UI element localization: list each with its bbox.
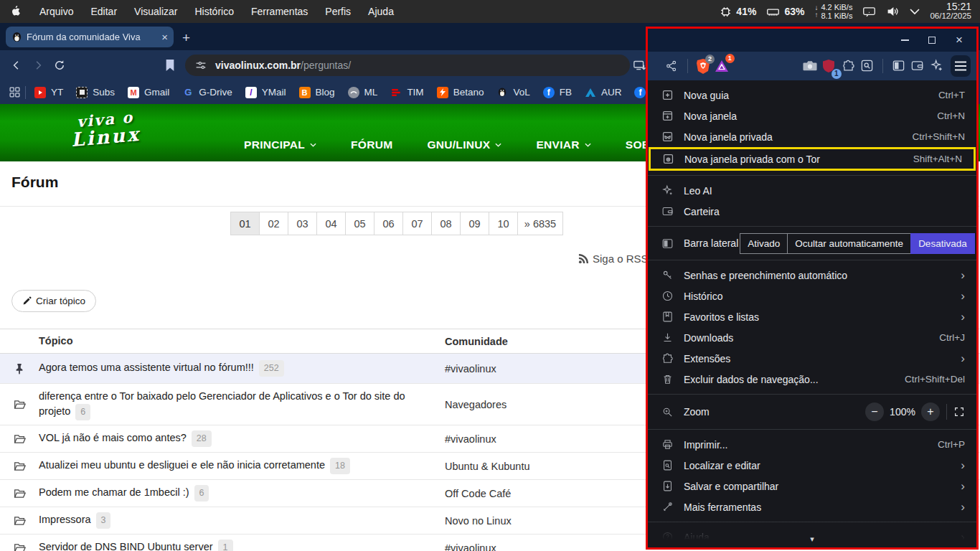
back-button[interactable] [6,55,27,76]
page-10[interactable]: 10 [489,212,518,235]
brave-rewards-icon[interactable]: 1 [712,56,732,76]
nav-forum[interactable]: FÓRUM [351,138,392,151]
page-03[interactable]: 03 [288,212,317,235]
page-07[interactable]: 07 [402,212,432,235]
screenshot-camera-icon[interactable] [801,56,820,76]
apps-grid-icon[interactable] [9,86,21,98]
macos-menubar: Arquivo Editar Visualizar Histórico Ferr… [0,0,980,23]
bookmark-betano[interactable]: Betano [437,87,484,98]
topic-title[interactable]: Podem me chamar de 1mbecil :)6 [39,481,445,506]
bookmark-subs[interactable]: Subs [76,87,115,98]
apple-menu-icon[interactable] [10,6,21,18]
share-icon[interactable] [662,56,682,76]
nav-gnulinux[interactable]: GNU/LINUX [427,138,501,151]
menubar-item-arquivo[interactable]: Arquivo [31,6,82,17]
find-in-page-icon[interactable] [857,56,877,76]
vivaolinux-logo[interactable]: viva o Linux [69,108,141,149]
brave-shields-icon[interactable]: 2 [694,56,713,76]
window-minimize-button[interactable] [899,34,910,46]
bookmark-aur[interactable]: AUR [585,87,622,98]
menu-item-save-share[interactable]: Salvar e compartilhar › [648,476,976,496]
menu-item-leo-ai[interactable]: Leo AI [648,180,976,201]
menu-item-new-tor-window[interactable]: Nova janela privada com o Tor Shift+Alt+… [649,147,976,171]
scroll-down-icon[interactable]: ▾ [810,534,814,544]
nav-enviar[interactable]: ENVIAR [536,138,590,151]
reload-button[interactable] [49,55,70,76]
ram-usage[interactable]: 63% [766,6,804,17]
zoom-in-button[interactable]: + [921,402,940,421]
menu-item-favorites[interactable]: Favoritos e listas › [648,306,976,327]
menubar-item-ferramentas[interactable]: Ferramentas [242,6,316,17]
bookmark-gmail[interactable]: M Gmail [128,87,169,98]
page-04[interactable]: 04 [316,212,346,235]
clock[interactable]: 15:21 06/12/2025 [930,2,971,21]
menubar-chevron-icon[interactable] [910,9,920,15]
url-bar[interactable]: vivaolinux.com.br /perguntas/ [185,55,630,76]
create-topic-button[interactable]: Criar tópico [11,290,96,312]
menubar-item-historico[interactable]: Histórico [186,6,242,17]
new-tab-button[interactable]: + [182,30,190,46]
extensions-puzzle-icon[interactable] [839,56,858,76]
menu-item-extensions[interactable]: Extensões › [648,348,976,369]
bookmark-vol[interactable]: VoL [496,87,529,98]
menu-item-more-tools[interactable]: Mais ferramentas › [648,496,976,517]
sidebar-option-desativada[interactable]: Desativada [910,233,975,254]
menu-item-passwords[interactable]: Senhas e preenchimento automático › [648,265,976,286]
network-speed[interactable]: ↓↑ 4.2 KiB/s 8.1 KiB/s [814,3,852,20]
tab-close-icon[interactable]: × [161,32,168,42]
menu-item-new-tab[interactable]: Nova guia Ctrl+T [648,85,976,105]
nav-principal[interactable]: PRINCIPAL [244,138,316,151]
page-02[interactable]: 02 [259,212,288,235]
wallet-icon[interactable] [908,56,927,76]
menubar-item-ajuda[interactable]: Ajuda [359,6,402,17]
topic-title[interactable]: Atualizei meu ubuntu e desliguei e ele n… [39,453,445,479]
menu-item-downloads[interactable]: Downloads Ctrl+J [648,327,976,348]
bookmark-gdrive[interactable]: G G-Drive [182,87,232,98]
topic-title[interactable]: Impressora3 [39,508,445,533]
page-08[interactable]: 08 [431,212,461,235]
menu-item-wallet[interactable]: Carteira [648,201,976,222]
bookmark-blog[interactable]: B Blog [299,87,335,98]
page-09[interactable]: 09 [460,212,489,235]
fullscreen-icon[interactable] [953,406,965,418]
bookmark-tim[interactable]: TIM [390,87,423,98]
menubar-item-editar[interactable]: Editar [82,6,126,17]
menu-item-find-edit[interactable]: Localizar e editar › [648,455,976,476]
cpu-usage[interactable]: 41% [720,6,756,18]
volume-icon[interactable] [886,6,900,17]
adblock-shield-icon[interactable]: 1 [819,56,839,76]
menu-item-history[interactable]: Histórico › [648,286,976,306]
menubar-item-perfis[interactable]: Perfis [316,6,359,17]
menu-hamburger-icon[interactable] [951,55,971,77]
browser-tab-active[interactable]: Fórum da comunidade Viva × [6,27,174,47]
menu-item-clear-data[interactable]: Excluir dados de navegação... Ctrl+Shift… [648,369,976,390]
bookmarks-panel-icon[interactable] [159,55,181,76]
rss-link[interactable]: Siga o RSS [578,253,649,265]
page-05[interactable]: 05 [345,212,374,235]
bookmark-fb[interactable]: f FB [543,87,572,98]
notification-icon[interactable] [862,6,876,17]
menubar-item-visualizar[interactable]: Visualizar [126,6,186,17]
menu-item-new-private-window[interactable]: Nova janela privada Ctrl+Shift+N [648,126,976,147]
bookmark-yt[interactable]: YT [34,87,63,98]
page-last[interactable]: » 6835 [517,212,563,235]
sidebar-option-ocultar[interactable]: Ocultar automaticamente [787,233,911,254]
menu-item-print[interactable]: Imprimir... Ctrl+P [648,434,976,455]
topic-title[interactable]: diferença entre o Tor baixado pelo Geren… [39,385,445,425]
page-01[interactable]: 01 [230,212,260,235]
bookmark-ymail[interactable]: / YMail [245,87,286,98]
leo-ai-sparkle-icon[interactable] [927,56,946,76]
topic-title[interactable]: Agora temos uma assistente virtual no fó… [39,356,445,381]
topic-title[interactable]: VOL já não é mais como antes?28 [39,426,445,451]
window-restore-button[interactable] [926,34,938,46]
zoom-out-button[interactable]: − [865,402,884,421]
topic-title[interactable]: Servidor de DNS BIND Ubuntu server1 [39,535,445,551]
site-settings-icon[interactable] [195,60,207,71]
menu-item-new-window[interactable]: Nova janela Ctrl+N [648,105,976,126]
window-close-button[interactable]: × [953,34,965,46]
page-06[interactable]: 06 [374,212,403,235]
forward-button[interactable] [27,55,49,76]
sidebar-icon[interactable] [889,56,908,76]
bookmark-ml[interactable]: ML [348,87,378,98]
sidebar-option-ativado[interactable]: Ativado [740,233,788,254]
